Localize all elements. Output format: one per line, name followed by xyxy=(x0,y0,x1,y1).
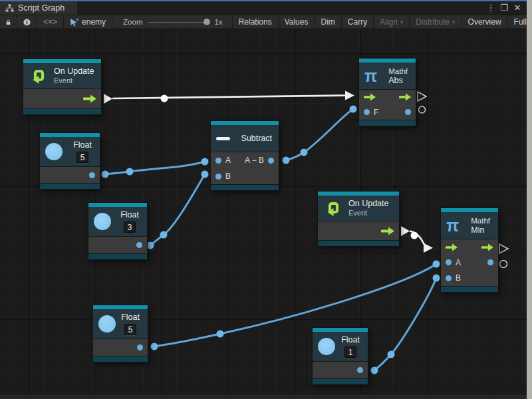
bottom-edge-strip xyxy=(0,394,527,399)
node-float-1[interactable]: Float 1 xyxy=(313,328,368,384)
node-mathf-min[interactable]: π Mathf Min A B xyxy=(441,208,498,292)
right-edge-strip xyxy=(527,0,532,399)
node-float-5b[interactable]: Float 5 xyxy=(93,305,148,362)
event-icon xyxy=(29,66,49,86)
zoom-slider[interactable] xyxy=(148,18,209,26)
node-float-5a[interactable]: Float 5 xyxy=(40,133,100,189)
tab-script-graph[interactable]: Script Graph xyxy=(0,1,77,15)
float-icon xyxy=(98,315,116,332)
maximize-icon[interactable]: ❐ xyxy=(499,2,509,14)
value-output-port[interactable] xyxy=(405,109,411,115)
event-icon xyxy=(323,198,343,218)
window-focus-line xyxy=(0,0,527,1)
node-title: Float xyxy=(73,140,92,150)
float-icon xyxy=(94,213,111,230)
value-input-port-b[interactable] xyxy=(215,174,221,180)
node-title: Abs xyxy=(388,76,408,86)
window-controls: ⋮ ❐ ✕ xyxy=(485,1,527,15)
tab-title: Script Graph xyxy=(18,3,65,13)
toolbar-button-dim[interactable]: Dim xyxy=(315,15,341,29)
mathf-pi-icon: π xyxy=(364,67,377,84)
node-title: Float xyxy=(120,210,139,220)
close-icon[interactable]: ✕ xyxy=(512,2,523,14)
node-title: On Update xyxy=(54,66,94,76)
graph-breadcrumb[interactable]: enemy xyxy=(64,15,112,29)
port-label-a: A xyxy=(225,156,231,165)
subtract-icon xyxy=(216,137,230,140)
flow-output-arrow-icon[interactable] xyxy=(399,93,411,101)
toolbar-button-align: Align ▾ xyxy=(374,15,410,29)
value-output-port[interactable] xyxy=(487,259,493,265)
toolbar: <×> enemy Zoom 1x Relations Values Dim C… xyxy=(0,15,527,29)
float-value-input[interactable]: 5 xyxy=(124,324,137,335)
zoom-slider-track xyxy=(148,22,209,23)
value-output-port[interactable] xyxy=(137,344,143,350)
port-label-b: B xyxy=(225,172,231,181)
value-output-port[interactable] xyxy=(268,158,274,164)
graph-cursor-icon xyxy=(70,18,79,27)
node-on-update-1[interactable]: On Update Event xyxy=(23,59,101,114)
node-category: Mathf xyxy=(471,216,490,225)
lock-button[interactable] xyxy=(0,15,17,29)
code-view-label: <×> xyxy=(43,17,57,27)
info-button[interactable] xyxy=(17,15,37,29)
node-title: Float xyxy=(121,313,140,323)
zoom-control: Zoom 1x xyxy=(112,15,233,29)
script-graph-window: Script Graph ⋮ ❐ ✕ <×> xyxy=(0,0,532,399)
value-input-port-b[interactable] xyxy=(446,275,452,281)
lock-icon xyxy=(6,18,11,27)
float-value-input[interactable]: 3 xyxy=(124,221,136,233)
float-icon xyxy=(45,143,63,160)
value-output-port[interactable] xyxy=(136,242,142,248)
float-value-input[interactable]: 1 xyxy=(344,346,357,358)
value-input-port-a[interactable] xyxy=(215,158,221,164)
node-on-update-2[interactable]: On Update Event xyxy=(318,192,399,246)
value-output-port[interactable] xyxy=(89,172,95,178)
node-subtract[interactable]: Subtract A A − B B xyxy=(211,121,279,190)
graph-icon xyxy=(5,4,14,12)
toolbar-button-carry[interactable]: Carry xyxy=(342,15,374,29)
kebab-menu-icon[interactable]: ⋮ xyxy=(485,2,496,14)
toolbar-button-overview[interactable]: Overview xyxy=(462,15,508,29)
code-view-button[interactable]: <×> xyxy=(37,15,64,29)
flow-output-arrow-icon[interactable] xyxy=(381,227,394,235)
zoom-slider-handle[interactable] xyxy=(203,19,210,25)
zoom-label: Zoom xyxy=(123,18,142,26)
port-label-out: A − B xyxy=(245,156,264,165)
toolbar-button-distribute: Distribute ▾ xyxy=(410,15,462,29)
window-titlebar: Script Graph ⋮ ❐ ✕ xyxy=(0,1,527,15)
node-title: Float xyxy=(341,335,360,345)
toolbar-button-relations[interactable]: Relations xyxy=(233,15,279,29)
port-label-b: B xyxy=(456,273,461,283)
flow-output-arrow-icon[interactable] xyxy=(481,243,493,251)
zoom-value: 1x xyxy=(214,18,222,26)
node-title: Subtract xyxy=(241,134,273,144)
toolbar-button-values[interactable]: Values xyxy=(279,15,315,29)
float-value-input[interactable]: 5 xyxy=(76,152,89,163)
chevron-down-icon: ▾ xyxy=(452,19,456,25)
float-icon xyxy=(318,338,335,355)
node-subtitle: Event xyxy=(54,76,94,85)
node-title: On Update xyxy=(348,199,388,209)
port-label-f: F xyxy=(374,108,378,117)
value-input-port-f[interactable] xyxy=(364,109,370,115)
chevron-down-icon: ▾ xyxy=(400,19,404,25)
port-label-a: A xyxy=(456,258,461,267)
value-input-port-a[interactable] xyxy=(446,259,452,265)
node-subtitle: Event xyxy=(348,209,388,217)
node-float-3[interactable]: Float 3 xyxy=(88,203,147,259)
mathf-pi-icon: π xyxy=(446,217,459,234)
flow-input-arrow-icon[interactable] xyxy=(446,243,458,251)
node-mathf-abs[interactable]: π Mathf Abs F xyxy=(359,59,416,126)
flow-input-arrow-icon[interactable] xyxy=(364,93,376,101)
node-category: Mathf xyxy=(388,66,408,76)
value-output-port[interactable] xyxy=(357,367,363,373)
node-title: Min xyxy=(471,225,490,235)
info-icon xyxy=(23,18,31,27)
flow-output-arrow-icon[interactable] xyxy=(83,94,96,103)
breadcrumb-label: enemy xyxy=(82,17,106,27)
